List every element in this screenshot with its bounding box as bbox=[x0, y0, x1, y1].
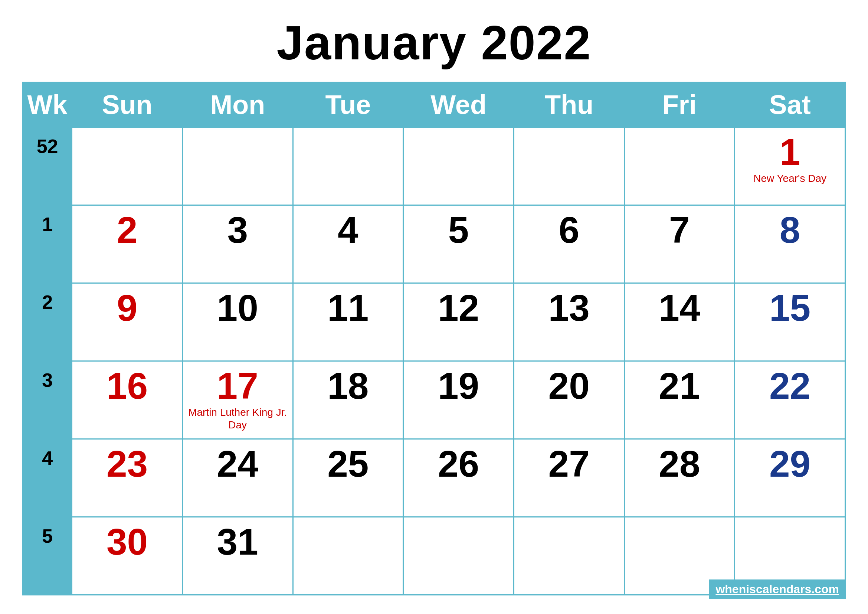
header-fri: Fri bbox=[624, 82, 735, 127]
day-number: 29 bbox=[739, 445, 841, 482]
header-wk: Wk bbox=[23, 82, 72, 127]
day-cell-w2d3: 12 bbox=[403, 283, 514, 361]
day-cell-w5d4 bbox=[514, 517, 624, 595]
day-number: 28 bbox=[629, 445, 731, 482]
day-cell-w3d5: 21 bbox=[624, 361, 735, 439]
week-number-5: 5 bbox=[23, 517, 72, 595]
day-number: 18 bbox=[297, 367, 399, 404]
day-cell-w4d6: 29 bbox=[735, 439, 845, 517]
calendar-page: January 2022 Wk Sun Mon Tue Wed Thu Fri … bbox=[0, 0, 868, 614]
day-number: 22 bbox=[739, 367, 841, 404]
day-number: 8 bbox=[739, 211, 841, 248]
day-number: 14 bbox=[629, 289, 731, 326]
day-cell-w0d5 bbox=[624, 127, 735, 205]
day-cell-w3d0: 16 bbox=[72, 361, 183, 439]
day-cell-w3d4: 20 bbox=[514, 361, 624, 439]
day-cell-w0d0 bbox=[72, 127, 183, 205]
day-cell-w3d1: 17Martin Luther King Jr. Day bbox=[182, 361, 293, 439]
watermark-link[interactable]: wheniscalendars.com bbox=[716, 583, 839, 596]
day-number: 3 bbox=[187, 211, 289, 248]
day-cell-w2d4: 13 bbox=[514, 283, 624, 361]
day-cell-w2d0: 9 bbox=[72, 283, 183, 361]
day-cell-w5d0: 30 bbox=[72, 517, 183, 595]
day-cell-w2d2: 11 bbox=[293, 283, 403, 361]
day-cell-w5d1: 31 bbox=[182, 517, 293, 595]
calendar-title: January 2022 bbox=[277, 15, 592, 71]
day-cell-w3d6: 22 bbox=[735, 361, 845, 439]
day-cell-w1d3: 5 bbox=[403, 205, 514, 283]
day-number: 15 bbox=[739, 289, 841, 326]
day-number: 19 bbox=[408, 367, 510, 404]
day-number: 23 bbox=[76, 445, 178, 482]
day-number: 4 bbox=[297, 211, 399, 248]
day-number: 25 bbox=[297, 445, 399, 482]
day-cell-w1d2: 4 bbox=[293, 205, 403, 283]
header-row: Wk Sun Mon Tue Wed Thu Fri Sat bbox=[23, 82, 845, 127]
day-number: 20 bbox=[518, 367, 620, 404]
day-number: 13 bbox=[518, 289, 620, 326]
day-cell-w0d2 bbox=[293, 127, 403, 205]
week-row-0: 521New Year's Day bbox=[23, 127, 845, 205]
day-number: 31 bbox=[187, 523, 289, 560]
day-number: 11 bbox=[297, 289, 399, 326]
day-number: 16 bbox=[76, 367, 178, 404]
day-cell-w1d4: 6 bbox=[514, 205, 624, 283]
header-tue: Tue bbox=[293, 82, 403, 127]
holiday-label: Martin Luther King Jr. Day bbox=[187, 406, 289, 431]
day-cell-w0d3 bbox=[403, 127, 514, 205]
day-number: 17 bbox=[187, 367, 289, 404]
day-cell-w4d5: 28 bbox=[624, 439, 735, 517]
week-row-1: 12345678 bbox=[23, 205, 845, 283]
day-number: 10 bbox=[187, 289, 289, 326]
week-number-1: 1 bbox=[23, 205, 72, 283]
day-number: 5 bbox=[408, 211, 510, 248]
day-cell-w5d3 bbox=[403, 517, 514, 595]
day-cell-w4d2: 25 bbox=[293, 439, 403, 517]
day-cell-w3d2: 18 bbox=[293, 361, 403, 439]
day-cell-w0d4 bbox=[514, 127, 624, 205]
day-cell-w1d0: 2 bbox=[72, 205, 183, 283]
header-sun: Sun bbox=[72, 82, 183, 127]
day-cell-w1d5: 7 bbox=[624, 205, 735, 283]
day-number: 26 bbox=[408, 445, 510, 482]
week-row-3: 31617Martin Luther King Jr. Day181920212… bbox=[23, 361, 845, 439]
day-number: 24 bbox=[187, 445, 289, 482]
week-number-3: 3 bbox=[23, 361, 72, 439]
day-cell-w1d6: 8 bbox=[735, 205, 845, 283]
day-number: 21 bbox=[629, 367, 731, 404]
week-number-2: 2 bbox=[23, 283, 72, 361]
week-number-0: 52 bbox=[23, 127, 72, 205]
header-wed: Wed bbox=[403, 82, 514, 127]
week-number-4: 4 bbox=[23, 439, 72, 517]
header-sat: Sat bbox=[735, 82, 845, 127]
header-thu: Thu bbox=[514, 82, 624, 127]
day-cell-w2d6: 15 bbox=[735, 283, 845, 361]
day-cell-w5d2 bbox=[293, 517, 403, 595]
day-cell-w4d1: 24 bbox=[182, 439, 293, 517]
day-cell-w0d6: 1New Year's Day bbox=[735, 127, 845, 205]
day-number: 27 bbox=[518, 445, 620, 482]
calendar-table: Wk Sun Mon Tue Wed Thu Fri Sat 521New Ye… bbox=[22, 82, 846, 595]
week-row-4: 423242526272829 bbox=[23, 439, 845, 517]
day-cell-w0d1 bbox=[182, 127, 293, 205]
day-number: 2 bbox=[76, 211, 178, 248]
holiday-label: New Year's Day bbox=[739, 172, 841, 185]
day-cell-w2d5: 14 bbox=[624, 283, 735, 361]
day-cell-w1d1: 3 bbox=[182, 205, 293, 283]
day-number: 9 bbox=[76, 289, 178, 326]
day-cell-w4d0: 23 bbox=[72, 439, 183, 517]
day-number: 7 bbox=[629, 211, 731, 248]
day-number: 30 bbox=[76, 523, 178, 560]
day-number: 12 bbox=[408, 289, 510, 326]
day-cell-w2d1: 10 bbox=[182, 283, 293, 361]
day-cell-w3d3: 19 bbox=[403, 361, 514, 439]
week-row-2: 29101112131415 bbox=[23, 283, 845, 361]
day-cell-w4d3: 26 bbox=[403, 439, 514, 517]
day-cell-w4d4: 27 bbox=[514, 439, 624, 517]
day-number: 6 bbox=[518, 211, 620, 248]
day-number: 1 bbox=[739, 133, 841, 171]
header-mon: Mon bbox=[182, 82, 293, 127]
watermark[interactable]: wheniscalendars.com bbox=[709, 580, 846, 599]
